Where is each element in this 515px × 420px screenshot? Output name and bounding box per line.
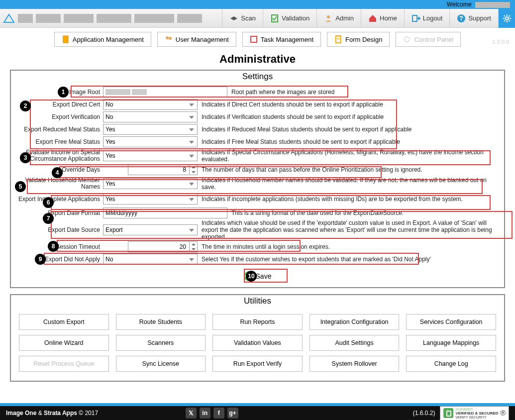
page-title: Administrative [0,53,515,66]
home-icon [368,14,377,23]
svg-point-5 [506,17,509,20]
label-export-free: Export Free Meal Status [16,138,103,145]
task-icon [250,35,258,43]
badge-6: 6 [43,197,54,208]
subnav-task-mgmt[interactable]: Task Management [242,32,321,47]
svg-point-1 [327,15,330,18]
footer-version: (1.6.0.2) [413,410,435,417]
nav-settings-gear[interactable] [498,9,515,28]
select-export-reduced[interactable]: Yes [103,124,198,135]
row-export-free: Export Free Meal Status Yes Indicates if… [16,136,499,148]
spinner-session-timeout[interactable]: 20 [128,241,198,252]
sub-nav: Application Management User Management T… [0,28,515,51]
badge-5: 5 [15,181,26,192]
input-image-root[interactable] [103,87,227,98]
subnav-app-mgmt[interactable]: Application Management [54,32,151,47]
desc-export-date-format: This is a string format of the date used… [231,210,499,216]
label-export-incomplete: Export Incomplete Applications [16,196,103,203]
svg-point-13 [405,37,410,42]
select-export-free[interactable]: Yes [103,136,198,147]
label-export-verification: Export Verification [16,113,103,120]
desc-eval-income: Indicates if Special Circumstance Applic… [202,149,499,163]
logout-icon [412,14,420,23]
svg-rect-9 [251,36,257,42]
util-route-students[interactable]: Route Students [116,314,206,330]
gplus-icon[interactable]: g+ [227,408,238,418]
validation-icon [270,14,279,23]
util-run-export-verify[interactable]: Run Export Verify [212,356,303,372]
util-language-mappings[interactable]: Language Mappings [406,335,496,351]
badge-2: 2 [20,101,31,111]
brand-redacted [18,14,202,23]
badge-3: 3 [20,152,31,163]
util-audit-settings[interactable]: Audit Settings [309,335,400,351]
select-validate-hh[interactable]: Yes [103,178,198,189]
select-export-did-not-apply[interactable]: No [103,254,198,265]
username-redacted [475,2,510,8]
util-run-reports[interactable]: Run Reports [212,314,303,330]
row-override-days: Override Days 8 The number of days that … [16,164,499,176]
badge-4: 4 [52,167,63,178]
desc-export-incomplete: Indicates if incomplete applications (st… [202,196,499,203]
nav-admin[interactable]: Admin [316,9,361,28]
subnav-user-mgmt[interactable]: User Management [157,32,236,47]
label-export-date-source: Export Date Source [16,226,103,233]
util-services-config[interactable]: Services Configuration [406,314,496,330]
scan-icon [229,14,238,23]
row-export-date-format: Export Date Format MM/dd/yyyy This is a … [16,207,499,219]
input-export-date-format[interactable]: MM/dd/yyyy [103,208,227,218]
desc-validate-hh: Indicates if Household member names shou… [202,177,499,191]
subnav-version: 1.3.0.0 [492,39,509,45]
desc-export-direct-cert: Indicates if Direct Cert students should… [202,101,499,108]
badge-8: 8 [48,241,59,252]
util-validation-values[interactable]: Validation Values [212,335,303,351]
select-export-verification[interactable]: No [103,111,198,122]
util-change-log[interactable]: Change Log [406,356,496,372]
utilities-title: Utilities [13,296,502,306]
nav-validation[interactable]: Validation [263,9,316,28]
row-export-did-not-apply: Export Did Not Apply No Select Yes if th… [16,253,499,265]
row-eval-income: Evaluate Income on Special Circumstance … [16,148,499,163]
nav-logout[interactable]: Logout [404,9,450,28]
spinner-override-days[interactable]: 8 [128,164,198,175]
lock-icon [443,408,453,418]
svg-rect-6 [63,36,68,43]
select-export-date-source[interactable]: Export [103,224,198,235]
nav-scan[interactable]: Scan [222,9,263,28]
doc-icon [62,35,70,43]
select-export-direct-cert[interactable]: No [103,99,198,110]
security-seal[interactable]: GODADDY VERIFIED & SECURED VERIFY SECURI… [440,406,509,418]
row-export-reduced: Export Reduced Meal Status Yes Indicates… [16,123,499,135]
select-export-incomplete[interactable]: Yes [103,194,198,205]
utilities-grid: Custom Export Route Students Run Reports… [13,309,502,377]
badge-7: 7 [43,213,54,224]
welcome-bar: Welcome [0,0,515,9]
nav-support[interactable]: ? Support [449,9,498,28]
svg-text:?: ? [460,15,463,22]
util-reset-process-queue[interactable]: Reset Process Queue [19,356,109,372]
facebook-icon[interactable]: f [213,408,224,418]
svg-point-7 [166,36,169,39]
linkedin-icon[interactable]: in [200,408,210,418]
form-icon [334,35,342,43]
util-integration-config[interactable]: Integration Configuration [309,314,400,330]
desc-image-root: Root path where the images are stored [231,89,499,96]
twitter-icon[interactable]: 𝕏 [186,408,197,418]
admin-icon [324,14,333,23]
row-export-direct-cert: Export Direct Cert No Indicates if Direc… [16,99,499,110]
util-online-wizard[interactable]: Online Wizard [19,335,109,351]
util-sync-license[interactable]: Sync License [116,356,206,372]
row-export-date-source: Export Date Source Export Indicates whic… [16,219,499,240]
subnav-control-panel[interactable]: Control Panel [396,32,461,47]
svg-point-8 [169,37,172,40]
svg-rect-2 [412,15,417,21]
gear-icon [503,14,512,23]
subnav-form-design[interactable]: Form Design [327,32,390,47]
select-eval-income[interactable]: Yes [103,150,198,161]
util-custom-export[interactable]: Custom Export [19,314,109,330]
label-validate-hh: Validate Household Member Names [16,177,103,190]
util-scanners[interactable]: Scanners [116,335,206,351]
row-validate-hh: Validate Household Member Names Yes Indi… [16,176,499,191]
util-system-rollover[interactable]: System Rollover [309,356,400,372]
nav-home[interactable]: Home [361,9,404,28]
